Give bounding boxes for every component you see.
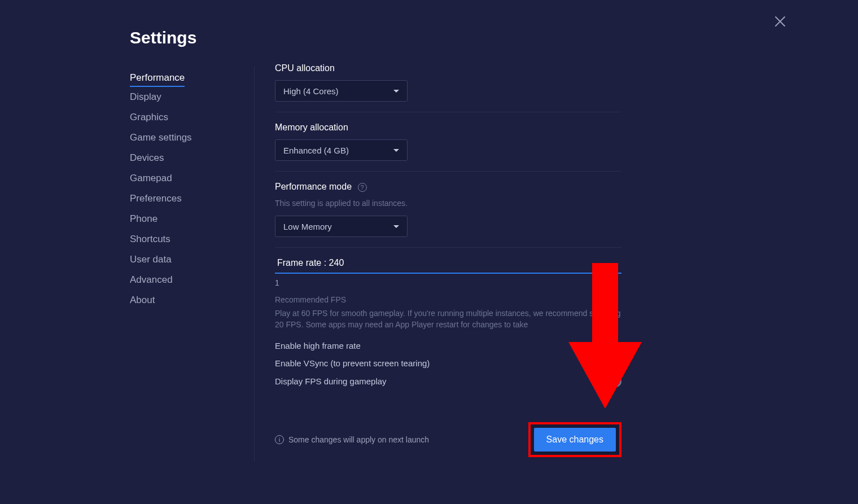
page-title: Settings bbox=[130, 28, 196, 47]
memory-label: Memory allocation bbox=[275, 122, 621, 133]
section-memory: Memory allocation Enhanced (4 GB) bbox=[275, 122, 621, 172]
frame-rate-slider[interactable] bbox=[275, 273, 621, 274]
cpu-select[interactable]: High (4 Cores) bbox=[275, 80, 408, 102]
close-icon bbox=[773, 15, 787, 28]
vsync-label: Enable VSync (to prevent screen tearing) bbox=[275, 358, 430, 368]
help-icon[interactable]: ? bbox=[358, 183, 367, 192]
memory-select[interactable]: Enhanced (4 GB) bbox=[275, 139, 408, 161]
sidebar-item-user-data[interactable]: User data bbox=[130, 249, 254, 270]
recommended-fps-title: Recommended FPS bbox=[275, 295, 621, 304]
footer-note: i Some changes will apply on next launch bbox=[275, 435, 429, 444]
frame-rate-label: Frame rate : 240 bbox=[275, 258, 621, 268]
toggle-knob bbox=[611, 376, 621, 387]
main-panel: CPU allocation High (4 Cores) Memory all… bbox=[255, 27, 621, 462]
section-cpu: CPU allocation High (4 Cores) bbox=[275, 63, 621, 112]
save-button[interactable]: Save changes bbox=[534, 428, 616, 452]
sidebar-item-display[interactable]: Display bbox=[130, 87, 254, 107]
info-icon: i bbox=[275, 435, 284, 444]
footer: i Some changes will apply on next launch… bbox=[275, 422, 621, 457]
memory-value: Enhanced (4 GB) bbox=[283, 146, 349, 155]
footer-note-text: Some changes will apply on next launch bbox=[288, 435, 429, 444]
close-button[interactable] bbox=[773, 15, 787, 28]
sidebar-item-graphics[interactable]: Graphics bbox=[130, 107, 254, 128]
sidebar-item-phone[interactable]: Phone bbox=[130, 209, 254, 229]
chevron-down-icon bbox=[393, 149, 399, 152]
toggle-row-vsync: Enable VSync (to prevent screen tearing) bbox=[275, 358, 621, 368]
high-fps-label: Enable high frame rate bbox=[275, 341, 361, 350]
recommended-fps-text: Play at 60 FPS for smooth gameplay. If y… bbox=[275, 308, 621, 331]
toggle-row-high-fps: Enable high frame rate bbox=[275, 341, 621, 350]
section-performance-mode: Performance mode ? This setting is appli… bbox=[275, 182, 621, 248]
perf-value: Low Memory bbox=[283, 222, 332, 231]
save-highlight-annotation: Save changes bbox=[528, 422, 621, 457]
sidebar-item-performance[interactable]: Performance bbox=[130, 68, 185, 87]
perf-select[interactable]: Low Memory bbox=[275, 216, 408, 237]
frame-rate-min: 1 bbox=[275, 278, 621, 287]
section-frame-rate: Frame rate : 240 1 Recommended FPS Play … bbox=[275, 258, 621, 405]
sidebar-item-devices[interactable]: Devices bbox=[130, 148, 254, 168]
perf-label: Performance mode ? bbox=[275, 182, 621, 192]
sidebar-item-advanced[interactable]: Advanced bbox=[130, 270, 254, 290]
cpu-label: CPU allocation bbox=[275, 63, 621, 73]
toggle-row-display-fps: Display FPS during gameplay bbox=[275, 376, 621, 387]
display-fps-toggle[interactable] bbox=[600, 376, 621, 387]
display-fps-label: Display FPS during gameplay bbox=[275, 376, 387, 386]
chevron-down-icon bbox=[393, 90, 399, 93]
sidebar-item-shortcuts[interactable]: Shortcuts bbox=[130, 229, 254, 249]
chevron-down-icon bbox=[393, 225, 399, 228]
sidebar-item-preferences[interactable]: Preferences bbox=[130, 189, 254, 209]
sidebar-item-about[interactable]: About bbox=[130, 290, 254, 310]
sidebar-item-gamepad[interactable]: Gamepad bbox=[130, 168, 254, 189]
sidebar: Performance Display Graphics Game settin… bbox=[130, 27, 254, 462]
perf-note: This setting is applied to all instances… bbox=[275, 199, 621, 208]
sidebar-item-game-settings[interactable]: Game settings bbox=[130, 128, 254, 148]
cpu-value: High (4 Cores) bbox=[283, 86, 339, 96]
perf-label-text: Performance mode bbox=[275, 182, 352, 191]
